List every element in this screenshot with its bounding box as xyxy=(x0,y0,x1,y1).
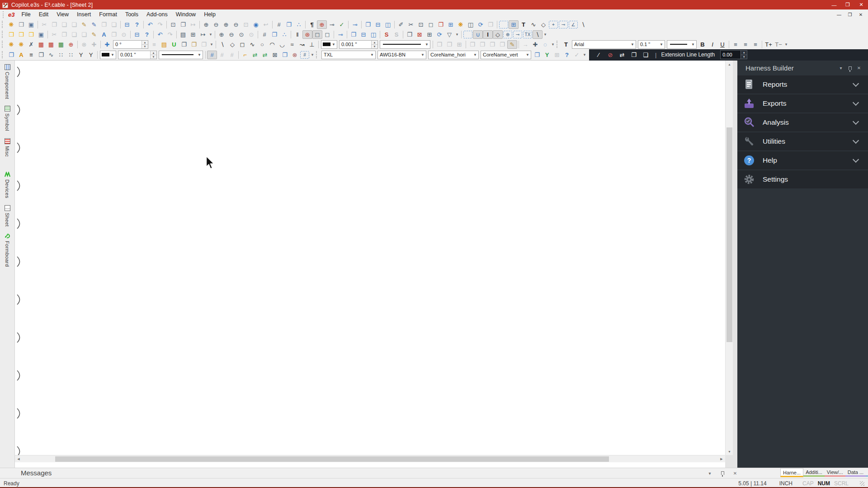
panel-item-settings[interactable]: Settings xyxy=(737,170,868,188)
sidebar-tab-sheet[interactable]: Sheet xyxy=(5,205,10,227)
measure-line-icon[interactable]: ⊸ xyxy=(327,20,337,29)
export-report-icon[interactable]: ❐ xyxy=(629,51,639,59)
underline-green-icon[interactable]: U xyxy=(169,40,179,49)
window-copy-icon[interactable]: ❐ xyxy=(178,20,188,29)
panel-pin-icon[interactable] xyxy=(845,64,854,73)
toolbar-grip[interactable] xyxy=(557,41,559,48)
bus-bar-icon[interactable]: = xyxy=(26,51,36,59)
mdi-restore-icon[interactable]: ❐ xyxy=(844,12,855,17)
save-project-icon[interactable]: ▣ xyxy=(26,20,36,29)
messages-title[interactable]: Messages xyxy=(21,469,52,477)
curve-wire-icon[interactable]: ∿ xyxy=(46,51,56,59)
sidebar-tab-misc[interactable]: Misc xyxy=(5,138,10,157)
draw-arc-icon[interactable]: ◠ xyxy=(267,40,277,49)
window-zoom-icon[interactable]: ⊡ xyxy=(168,20,178,29)
signature-icon[interactable]: ✎ xyxy=(89,20,99,29)
toolbar-grip[interactable] xyxy=(2,41,5,48)
swap-all-icon[interactable]: ⇄ xyxy=(260,51,270,59)
underline-icon[interactable]: U xyxy=(717,40,727,49)
refresh-view-icon[interactable]: ⟳ xyxy=(476,20,486,29)
measure-off-icon[interactable]: ⊘ xyxy=(605,51,615,59)
view-visibility-icon[interactable]: ◉ xyxy=(251,20,261,29)
panel-chevron-down-icon[interactable]: ▾ xyxy=(836,64,845,73)
format-painter-icon[interactable]: ✎ xyxy=(79,20,89,29)
timer-update-icon[interactable]: ⊛ xyxy=(302,30,312,39)
lasso-select-icon[interactable]: ◌ xyxy=(540,40,550,49)
vertical-scrollbar[interactable]: ▲ ▼ xyxy=(725,61,733,455)
wire-color[interactable]: ▼ xyxy=(100,51,116,59)
attribute-place-icon[interactable]: ❐ xyxy=(36,51,46,59)
sidebar-tab-formboard[interactable]: Formboard xyxy=(5,233,10,267)
new-document-icon[interactable]: ❒ xyxy=(6,30,16,39)
scroll-right-icon[interactable]: ▶ xyxy=(718,455,725,463)
print-icon[interactable]: ⊟ xyxy=(122,20,132,29)
select-area-icon[interactable]: ⊡ xyxy=(416,20,426,29)
help-icon[interactable]: ? xyxy=(142,30,152,39)
origin-indicator-icon[interactable]: ⊕ xyxy=(317,20,327,29)
place-text[interactable]: TX xyxy=(523,31,532,38)
text-line-style[interactable]: ▼ xyxy=(667,40,697,49)
place-pin-icon[interactable]: A xyxy=(16,51,26,59)
align-center-icon[interactable]: ≡ xyxy=(741,40,750,49)
toolbar-grip[interactable] xyxy=(2,51,5,58)
menubar-grip[interactable] xyxy=(3,11,5,18)
edit-item-icon[interactable]: ✎ xyxy=(89,30,99,39)
split-pane-icon[interactable]: ◫ xyxy=(466,20,476,29)
menu-help[interactable]: Help xyxy=(200,10,220,19)
filter-icon[interactable]: ▽ xyxy=(444,30,454,39)
align-right-icon[interactable]: ≡ xyxy=(750,40,760,49)
cursor-text-icon[interactable]: I xyxy=(483,30,493,39)
print-icon[interactable]: ⊟ xyxy=(132,30,142,39)
scroll-down-icon[interactable]: ▼ xyxy=(726,448,733,455)
schematic-view-icon[interactable]: S xyxy=(382,30,392,39)
messages-pin-icon[interactable] xyxy=(718,469,727,478)
curve-mode-icon[interactable]: ∿ xyxy=(528,20,538,29)
copy-sheet-icon[interactable]: ❐ xyxy=(179,40,189,49)
text-increase-icon[interactable]: T+ xyxy=(764,40,774,49)
sidebar-tab-component[interactable]: Component xyxy=(5,64,10,99)
draw-polygon-icon[interactable]: ◇ xyxy=(227,40,237,49)
zoom-in-icon[interactable]: ⊕ xyxy=(201,20,211,29)
move-free-icon[interactable]: ✚ xyxy=(530,40,540,49)
junction-line-icon[interactable]: ⊸ xyxy=(335,30,345,39)
measure-tool-icon[interactable]: ∕ xyxy=(594,51,604,59)
pan-sheet-icon[interactable]: ❐ xyxy=(284,20,294,29)
origin-target-icon[interactable]: ⊕ xyxy=(66,40,76,49)
cable-duct-icon[interactable]: ▤ xyxy=(159,40,169,49)
draw-dimension-icon[interactable]: ⊥ xyxy=(307,40,317,49)
more-standard-icon[interactable]: ▾ xyxy=(208,30,213,39)
formatting-marks-icon[interactable]: ¶ xyxy=(307,20,317,29)
new-sheet-icon[interactable]: ❋ xyxy=(6,20,16,29)
polygon-mode-icon[interactable]: ◇ xyxy=(538,20,548,29)
lock-reference-icon[interactable]: ⊞ xyxy=(509,20,519,29)
menu-add-ons[interactable]: Add-ons xyxy=(142,10,172,19)
connect-icon[interactable]: ✐ xyxy=(396,20,406,29)
connector-block-2-icon[interactable]: ◻ xyxy=(322,30,332,39)
line-color[interactable]: ▼ xyxy=(321,40,337,49)
new-sheet-icon[interactable]: ❋ xyxy=(6,40,16,49)
drop-core-icon[interactable]: Y xyxy=(542,51,552,59)
show-wire-numbers-icon[interactable]: # xyxy=(207,51,217,59)
wire-y-2-icon[interactable]: Y xyxy=(86,51,96,59)
scroll-left-icon[interactable]: ◀ xyxy=(15,455,22,463)
more-views-icon[interactable]: ▾ xyxy=(454,30,460,39)
text-tool-icon[interactable]: T xyxy=(561,40,571,49)
move-grid-icon[interactable]: ∴ xyxy=(279,30,289,39)
new-frame-icon[interactable]: ❋ xyxy=(456,20,466,29)
help-icon[interactable]: ? xyxy=(132,20,142,29)
undo-icon[interactable]: ↶ xyxy=(155,30,165,39)
new-formboard-sheet-icon[interactable]: ❋ xyxy=(16,40,26,49)
align-left-icon[interactable]: ≡ xyxy=(731,40,741,49)
pin-row-icon[interactable]: ∷ xyxy=(56,51,66,59)
dock-tab-additi[interactable]: Additi... xyxy=(803,468,825,477)
text-decrease-icon[interactable]: T− xyxy=(774,40,783,49)
text-mode-icon[interactable]: T xyxy=(519,20,528,29)
diagonal-line-icon[interactable]: ∖ xyxy=(533,30,542,39)
save-document-icon[interactable]: ▣ xyxy=(36,30,46,39)
select-net-icon[interactable]: ⊠ xyxy=(270,51,280,59)
menu-format[interactable]: Format xyxy=(95,10,121,19)
clipboard-check-icon[interactable]: ❏ xyxy=(641,51,651,59)
wire-gauge-input[interactable]: AWG16-BN▼ xyxy=(377,51,426,59)
restore-icon[interactable]: ❐ xyxy=(841,0,854,9)
draw-polyline-icon[interactable]: ↝ xyxy=(297,40,307,49)
